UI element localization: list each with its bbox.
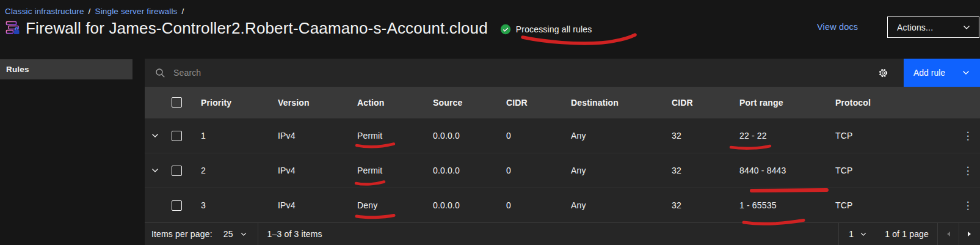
breadcrumb-classic-infrastructure[interactable]: Classic infrastructure xyxy=(5,7,84,16)
caret-right-icon xyxy=(967,231,972,237)
row-checkbox[interactable] xyxy=(172,166,182,176)
chevron-down-icon xyxy=(962,70,970,75)
cell-dest-cidr: 32 xyxy=(672,131,739,141)
breadcrumb: Classic infrastructure / Single server f… xyxy=(5,5,184,16)
status-badge: Processing all rules xyxy=(500,24,592,35)
column-header-port-range: Port range xyxy=(739,98,835,108)
items-per-page-value: 25 xyxy=(223,229,233,239)
column-header-version: Version xyxy=(278,98,357,108)
sidebar-item-label: Rules xyxy=(6,65,29,74)
cell-priority: 3 xyxy=(201,200,278,210)
pagination-left: Items per page: 25 1–3 of 3 items xyxy=(145,223,322,245)
chevron-down-icon xyxy=(241,232,247,236)
column-header-protocol: Protocol xyxy=(835,98,956,108)
chevron-down-icon xyxy=(963,25,970,30)
cell-source: 0.0.0.0 xyxy=(433,166,506,175)
cell-dest-cidr: 32 xyxy=(672,166,739,175)
cell-action: Permit xyxy=(357,131,433,141)
actions-dropdown-label: Actions... xyxy=(897,23,933,32)
column-header-cidr-2: CIDR xyxy=(672,98,739,108)
breadcrumb-single-server-firewalls[interactable]: Single server firewalls xyxy=(95,7,177,16)
cell-action: Deny xyxy=(357,200,433,210)
column-header-source: Source xyxy=(433,98,506,108)
cell-port-range: 1 - 65535 xyxy=(739,200,835,210)
items-per-page-select[interactable]: 25 xyxy=(223,223,258,245)
cell-protocol: TCP xyxy=(835,200,956,210)
cell-port-range: 8440 - 8443 xyxy=(739,166,835,175)
row-checkbox[interactable] xyxy=(172,131,182,141)
breadcrumb-separator: / xyxy=(181,7,184,16)
chevron-down-icon xyxy=(151,168,159,173)
cell-version: IPv4 xyxy=(278,200,357,210)
column-header-cidr: CIDR xyxy=(506,98,571,108)
cell-source-cidr: 0 xyxy=(506,131,571,141)
cell-protocol: TCP xyxy=(835,166,956,175)
page-header: Firewall for James-Controller2.Robert-Ca… xyxy=(5,17,592,39)
cell-source-cidr: 0 xyxy=(506,166,571,175)
row-expand-button[interactable] xyxy=(151,133,159,138)
cell-dest-cidr: 32 xyxy=(672,200,739,210)
cell-destination: Any xyxy=(571,200,672,210)
view-docs-link[interactable]: View docs xyxy=(817,22,858,32)
checkmark-filled-icon xyxy=(500,24,511,35)
column-header-priority: Priority xyxy=(201,98,278,108)
column-header-destination: Destination xyxy=(571,98,672,108)
gear-icon xyxy=(878,68,888,78)
add-rule-label: Add rule xyxy=(913,68,945,78)
row-checkbox[interactable] xyxy=(172,200,182,211)
cell-priority: 1 xyxy=(201,131,278,141)
pagination-right: 1 1 of 1 page xyxy=(838,223,980,245)
sidebar-item-rules[interactable]: Rules xyxy=(0,59,132,79)
row-overflow-menu[interactable]: ⋮ xyxy=(958,162,978,180)
table-toolbar: Search Add rule xyxy=(145,59,980,87)
select-all-checkbox[interactable] xyxy=(172,97,182,108)
chevron-down-icon xyxy=(860,232,866,236)
row-expand-button[interactable] xyxy=(151,168,159,173)
table-row: 2 IPv4 Permit 0.0.0.0 0 Any 32 8440 - 84… xyxy=(145,153,980,188)
items-range-text: 1–3 of 3 items xyxy=(267,229,322,239)
divider xyxy=(258,223,258,245)
cell-priority: 2 xyxy=(201,166,278,175)
caret-left-icon xyxy=(946,231,951,237)
search-input[interactable]: Search xyxy=(145,59,869,87)
cell-source: 0.0.0.0 xyxy=(433,200,506,210)
page-title: Firewall for James-Controller2.Robert-Ca… xyxy=(26,19,488,38)
table-header-row: Priority Version Action Source CIDR Dest… xyxy=(145,87,980,118)
search-icon xyxy=(155,68,165,78)
cell-version: IPv4 xyxy=(278,131,357,141)
add-rule-button[interactable]: Add rule xyxy=(904,59,980,87)
cell-version: IPv4 xyxy=(278,166,357,175)
chevron-down-icon xyxy=(151,133,159,138)
status-text: Processing all rules xyxy=(516,24,592,34)
cell-port-range: 22 - 22 xyxy=(739,131,835,141)
cell-protocol: TCP xyxy=(835,131,956,141)
page-number-value: 1 xyxy=(849,229,854,239)
pagination-bar: Items per page: 25 1–3 of 3 items 1 1 of… xyxy=(145,222,980,245)
previous-page-button[interactable] xyxy=(937,223,959,245)
cell-source: 0.0.0.0 xyxy=(433,131,506,141)
actions-dropdown[interactable]: Actions... xyxy=(887,16,979,38)
page-count-text: 1 of 1 page xyxy=(876,229,937,239)
firewall-rules-table: Priority Version Action Source CIDR Dest… xyxy=(145,87,980,222)
cell-destination: Any xyxy=(571,166,672,175)
breadcrumb-separator: / xyxy=(89,7,91,16)
table-settings-button[interactable] xyxy=(869,59,897,87)
table-row: 1 IPv4 Permit 0.0.0.0 0 Any 32 22 - 22 T… xyxy=(145,118,980,153)
row-overflow-menu[interactable]: ⋮ xyxy=(958,197,978,214)
search-placeholder: Search xyxy=(173,68,201,78)
column-header-action: Action xyxy=(357,98,433,108)
items-per-page-label: Items per page: xyxy=(151,229,212,239)
row-overflow-menu[interactable]: ⋮ xyxy=(958,127,978,145)
cell-action: Permit xyxy=(357,166,433,175)
cell-destination: Any xyxy=(571,131,672,141)
page-number-select[interactable]: 1 xyxy=(838,223,876,245)
cell-source-cidr: 0 xyxy=(506,200,571,210)
table-row: 3 IPv4 Deny 0.0.0.0 0 Any 32 1 - 65535 T… xyxy=(145,188,980,222)
next-page-button[interactable] xyxy=(959,223,980,245)
firewall-icon xyxy=(5,20,21,36)
